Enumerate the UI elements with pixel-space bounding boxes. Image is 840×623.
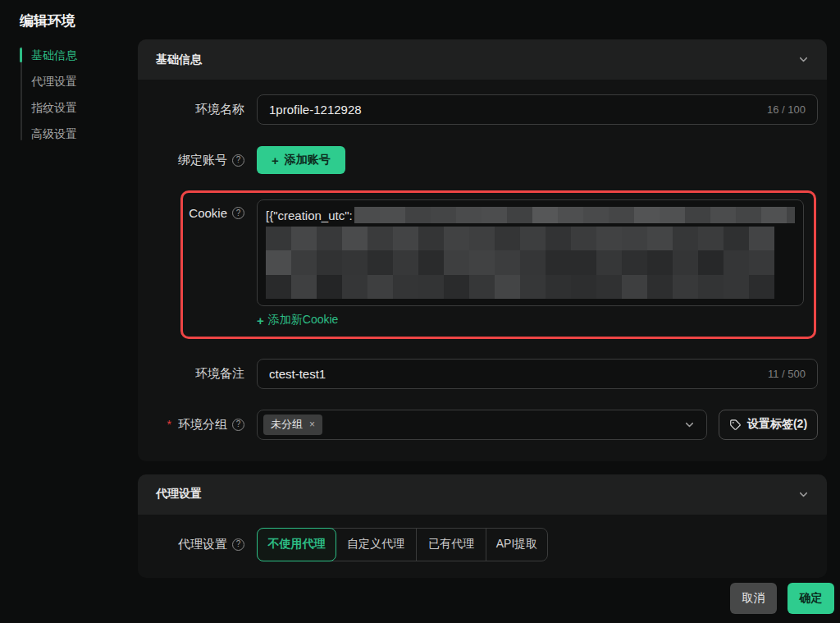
set-tags-button[interactable]: 设置标签(2): [719, 410, 818, 440]
tag-icon: [729, 419, 742, 431]
sidebar-item-basic-info[interactable]: 基础信息: [20, 42, 138, 68]
bind-account-label: 绑定账号: [178, 153, 227, 168]
basic-info-card: 基础信息 环境名称 1profile-1212928 16 / 100: [138, 39, 827, 461]
add-account-button-label: 添加账号: [285, 153, 331, 167]
cancel-button[interactable]: 取消: [730, 583, 777, 614]
proxy-mode-row: 代理设置 ? 不使用代理 自定义代理 已有代理 API提取: [138, 528, 818, 561]
plus-icon: +: [272, 154, 279, 167]
cookie-redaction-mosaic: [354, 207, 795, 223]
proxy-option-no-proxy[interactable]: 不使用代理: [257, 528, 336, 561]
proxy-option-existing-proxy[interactable]: 已有代理: [416, 529, 486, 561]
env-name-row: 环境名称 1profile-1212928 16 / 100: [138, 94, 818, 125]
env-note-input[interactable]: ctest-test1 11 / 500: [257, 359, 818, 389]
set-tags-button-label: 设置标签(2): [747, 417, 807, 432]
dialog-footer: 取消 确定: [730, 583, 834, 614]
proxy-mode-segmented-control: 不使用代理 自定义代理 已有代理 API提取: [257, 528, 548, 561]
env-name-counter: 16 / 100: [767, 103, 806, 116]
chevron-down-icon: [684, 419, 695, 430]
env-note-counter: 11 / 500: [768, 368, 806, 380]
sidebar: 编辑环境 基础信息 代理设置 指纹设置 高级设置: [0, 0, 138, 147]
sidebar-item-advanced-settings[interactable]: 高级设置: [20, 121, 138, 147]
env-group-select[interactable]: 未分组 ×: [257, 410, 707, 440]
sidebar-item-proxy-settings[interactable]: 代理设置: [20, 68, 138, 94]
main-content: 基础信息 环境名称 1profile-1212928 16 / 100: [138, 39, 827, 591]
env-note-label: 环境备注: [195, 366, 244, 382]
env-name-label: 环境名称: [195, 102, 244, 117]
help-icon[interactable]: ?: [232, 538, 244, 551]
chevron-down-icon[interactable]: [798, 489, 809, 500]
proxy-option-api-extract[interactable]: API提取: [486, 529, 547, 561]
cookie-value-visible: [{"creation_utc":: [266, 208, 353, 222]
cookie-label: Cookie: [189, 206, 227, 220]
bind-account-row: 绑定账号 ? + 添加账号: [138, 146, 818, 174]
proxy-settings-card: 代理设置 代理设置 ? 不使用代理 自定义代理 已有代理 API提取: [138, 474, 827, 578]
confirm-button[interactable]: 确定: [788, 583, 834, 614]
required-asterisk: *: [167, 418, 171, 431]
add-new-cookie-link[interactable]: + 添加新Cookie: [257, 313, 338, 328]
add-new-cookie-label: 添加新Cookie: [268, 313, 339, 328]
page-title: 编辑环境: [20, 11, 138, 30]
add-account-button[interactable]: + 添加账号: [257, 146, 345, 174]
proxy-settings-body: 代理设置 ? 不使用代理 自定义代理 已有代理 API提取: [138, 515, 827, 578]
proxy-mode-label: 代理设置: [178, 537, 227, 552]
env-note-row: 环境备注 ctest-test1 11 / 500: [138, 359, 818, 389]
plus-icon: +: [257, 314, 264, 327]
proxy-option-custom-proxy[interactable]: 自定义代理: [336, 529, 416, 561]
cookie-redaction-mosaic: [266, 227, 795, 299]
env-group-row: * 环境分组 ? 未分组 ×: [138, 410, 818, 440]
cookie-textarea[interactable]: [{"creation_utc":: [257, 199, 804, 306]
chevron-down-icon[interactable]: [798, 54, 809, 65]
proxy-settings-header[interactable]: 代理设置: [138, 474, 827, 515]
basic-info-header[interactable]: 基础信息: [138, 39, 827, 80]
basic-info-body: 环境名称 1profile-1212928 16 / 100 绑定账号 ?: [138, 80, 827, 461]
env-group-label: 环境分组: [178, 417, 227, 433]
help-icon[interactable]: ?: [232, 207, 244, 219]
env-note-value: ctest-test1: [269, 367, 760, 381]
sidebar-nav: 基础信息 代理设置 指纹设置 高级设置: [20, 42, 138, 147]
group-tag-label: 未分组: [271, 417, 303, 432]
help-icon[interactable]: ?: [232, 419, 244, 431]
env-name-value: 1profile-1212928: [269, 103, 759, 117]
sidebar-item-fingerprint-settings[interactable]: 指纹设置: [20, 94, 138, 121]
help-icon[interactable]: ?: [232, 154, 244, 167]
proxy-settings-title: 代理设置: [156, 487, 202, 502]
group-tag-chip: 未分组 ×: [263, 415, 322, 435]
cookie-highlight-box: Cookie ? [{"creation_utc": + 添加新Cookie: [180, 190, 816, 339]
basic-info-title: 基础信息: [156, 53, 202, 67]
env-name-input[interactable]: 1profile-1212928 16 / 100: [257, 94, 818, 125]
close-icon[interactable]: ×: [309, 419, 315, 429]
